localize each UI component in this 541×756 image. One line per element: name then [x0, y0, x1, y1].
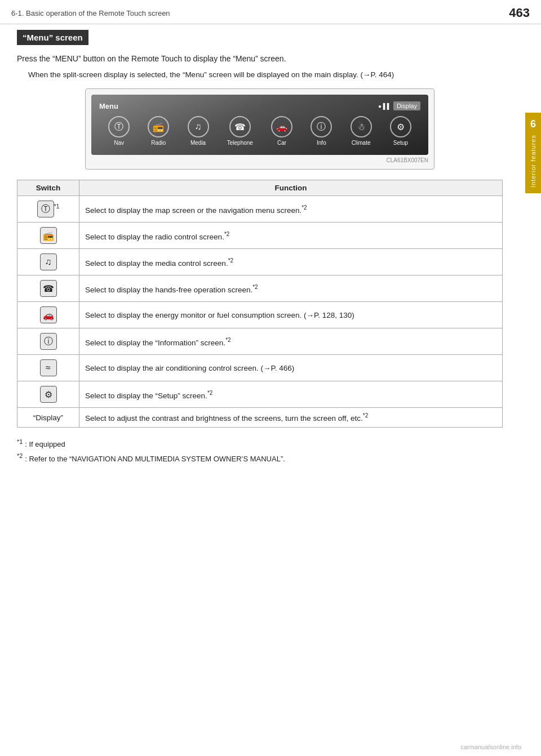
function-display: Select to adjust the contrast and bright…: [79, 408, 503, 428]
footnote-mark-2: *2: [17, 451, 23, 465]
nav-icon-box: Ⓣ: [37, 201, 54, 217]
function-car: Select to display the energy monitor or …: [79, 302, 503, 328]
screen-car-icon: 🚗 Car: [271, 116, 292, 146]
function-radio: Select to display the radio control scre…: [79, 223, 503, 249]
screen-setup-icon: ⚙ Setup: [390, 116, 411, 146]
fn-sup: *2: [252, 284, 258, 290]
screen-top-bar: Menu ● ▌▌ Display: [99, 101, 420, 110]
page-header: 6-1. Basic operation of the Remote Touch…: [0, 0, 541, 24]
climate-circle: ☃: [351, 116, 372, 137]
sidebar-chapter-number: 6: [530, 118, 536, 130]
function-climate: Select to display the air conditioning c…: [79, 355, 503, 381]
screen-menu-label: Menu: [99, 102, 118, 110]
setup-label: Setup: [393, 140, 408, 146]
screen-icons-row: Ⓣ Nav 📻 Radio ♫ Media ☎ Telephone 🚗: [99, 116, 420, 146]
table-row: ≈ Select to display the air conditioning…: [17, 355, 503, 381]
screen-nav-icon: Ⓣ Nav: [108, 116, 130, 146]
table-row: ♫ Select to display the media control sc…: [17, 249, 503, 275]
fn-sup: *2: [228, 257, 233, 264]
info-label: Info: [317, 140, 326, 146]
nav-superscript: *1: [54, 203, 59, 210]
table-row: ⓘ Select to display the “Information” sc…: [17, 328, 503, 355]
car-circle: 🚗: [271, 116, 292, 137]
table-row: 🚗 Select to display the energy monitor o…: [17, 302, 503, 328]
screen-telephone-icon: ☎ Telephone: [227, 116, 253, 146]
switch-radio: 📻: [17, 223, 79, 249]
screen-container: Menu ● ▌▌ Display Ⓣ Nav 📻 Radio ♫: [85, 88, 434, 170]
image-code: CLA61BX007EN: [91, 157, 428, 163]
intro-text: Press the “MENU” button on the Remote To…: [17, 53, 503, 65]
function-nav: Select to display the map screen or the …: [79, 196, 503, 223]
switch-display: “Display”: [17, 408, 79, 428]
switch-nav: Ⓣ*1: [17, 196, 79, 223]
function-info: Select to display the “Information” scre…: [79, 328, 503, 355]
fn-sup: *2: [224, 231, 229, 237]
table-row: ☎ Select to display the hands-free opera…: [17, 275, 503, 302]
fn-sup: *2: [301, 204, 307, 211]
section-heading: “Menu” screen: [17, 30, 88, 45]
footnote-mark-1: *1: [17, 437, 23, 451]
table-row: 📻 Select to display the radio control sc…: [17, 223, 503, 249]
screen-display-btn: Display: [393, 101, 420, 110]
screen-media-icon: ♫ Media: [188, 116, 209, 146]
table-header-switch: Switch: [17, 180, 79, 196]
footnotes: *1 : If equipped *2 : Refer to the “NAVI…: [17, 437, 503, 465]
screen-info-icon: ⓘ Info: [311, 116, 332, 146]
fn-sup: *2: [225, 337, 230, 343]
switch-climate: ≈: [17, 355, 79, 381]
footnote-2: *2 : Refer to the “NAVIGATION AND MULTIM…: [17, 451, 503, 465]
screen-top-right: ● ▌▌ Display: [378, 101, 420, 110]
car-icon-box: 🚗: [40, 306, 57, 323]
radio-label: Radio: [151, 140, 166, 146]
setup-icon-box: ⚙: [40, 386, 57, 403]
switch-car: 🚗: [17, 302, 79, 328]
media-label: Media: [190, 140, 206, 146]
nav-label: Nav: [114, 140, 124, 146]
function-setup: Select to display the “Setup” screen.*2: [79, 381, 503, 408]
info-circle: ⓘ: [311, 116, 332, 137]
screen-mockup: Menu ● ▌▌ Display Ⓣ Nav 📻 Radio ♫: [91, 95, 428, 155]
radio-circle: 📻: [148, 116, 169, 137]
main-content: “Menu” screen Press the “MENU” button on…: [0, 24, 525, 477]
switch-info: ⓘ: [17, 328, 79, 355]
screen-climate-icon: ☃ Climate: [351, 116, 372, 146]
sub-note: When the split-screen display is selecte…: [28, 69, 503, 81]
footnote-text-1: : If equipped: [25, 438, 65, 451]
page-number: 463: [509, 6, 530, 20]
sidebar-chapter-label: Interior features: [530, 135, 536, 188]
function-telephone: Select to display the hands-free operati…: [79, 275, 503, 302]
climate-label: Climate: [352, 140, 371, 146]
screen-signal-icon: ● ▌▌: [378, 103, 391, 109]
function-media: Select to display the media control scre…: [79, 249, 503, 275]
climate-icon-box: ≈: [40, 359, 57, 376]
table-row: ⚙ Select to display the “Setup” screen.*…: [17, 381, 503, 408]
chapter-sidebar: 6 Interior features: [525, 113, 541, 193]
switch-media: ♫: [17, 249, 79, 275]
telephone-circle: ☎: [229, 116, 251, 137]
media-icon-box: ♫: [40, 254, 57, 270]
nav-circle: Ⓣ: [108, 116, 130, 137]
watermark: carmanuaIsonline.info: [460, 744, 521, 750]
telephone-icon-box: ☎: [40, 280, 57, 297]
switch-setup: ⚙: [17, 381, 79, 408]
table-row: “Display” Select to adjust the contrast …: [17, 408, 503, 428]
chapter-title: 6-1. Basic operation of the Remote Touch…: [11, 9, 170, 17]
fn-sup: *2: [207, 390, 212, 396]
function-table: Switch Function Ⓣ*1 Select to display th…: [17, 180, 503, 428]
table-row: Ⓣ*1 Select to display the map screen or …: [17, 196, 503, 223]
footnote-text-2: : Refer to the “NAVIGATION AND MULTIMEDI…: [25, 452, 285, 465]
car-label: Car: [277, 140, 286, 146]
setup-circle: ⚙: [390, 116, 411, 137]
screen-radio-icon: 📻 Radio: [148, 116, 169, 146]
table-header-function: Function: [79, 180, 503, 196]
switch-telephone: ☎: [17, 275, 79, 302]
radio-icon-box: 📻: [40, 227, 57, 244]
fn-sup: *2: [363, 412, 368, 419]
footnote-1: *1 : If equipped: [17, 437, 503, 451]
telephone-label: Telephone: [227, 140, 253, 146]
media-circle: ♫: [188, 116, 209, 137]
info-icon-box: ⓘ: [40, 333, 57, 350]
